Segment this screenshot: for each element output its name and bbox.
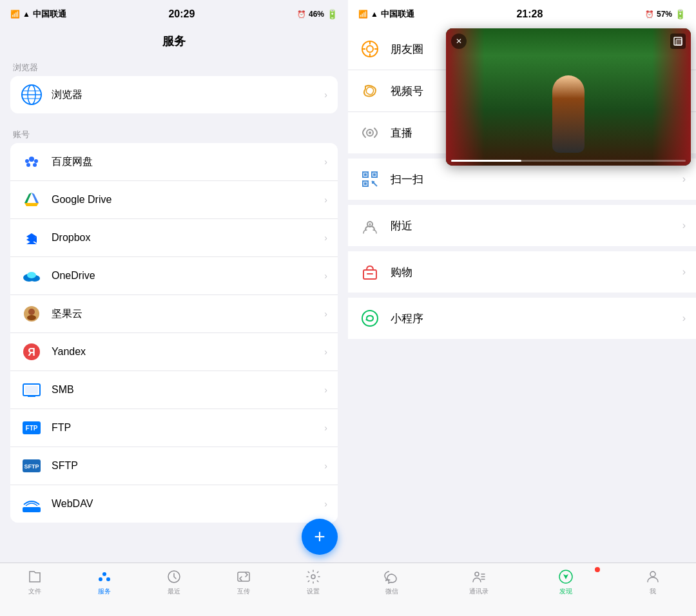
svg-point-43 [367,46,373,52]
video-player[interactable]: ✕ ⟪ 15 ⏸ ⟫ 15 [446,28,691,166]
tab-discover[interactable]: 发现 [522,568,609,596]
section-label-browser: 浏览器 [10,57,338,76]
svg-point-35 [99,577,102,581]
webdav-item[interactable]: WebDAV › [10,485,338,523]
tab-services[interactable]: 服务 [70,568,139,596]
page-title: 服务 [0,28,348,57]
jianguoyun-icon [21,303,43,325]
svg-rect-55 [364,182,367,185]
smb-item[interactable]: SMB › [10,371,338,409]
shop-icon [358,260,382,284]
me-tab-icon [644,568,661,585]
sftp-item[interactable]: SFTP SFTP › [10,447,338,485]
miniprogram-chevron: › [682,313,686,324]
tab-contacts[interactable]: 通讯录 [435,568,522,596]
onedrive-icon [21,265,43,287]
miniprogram-section: 小程序 › [348,298,696,339]
services-tab-icon [96,568,113,585]
channels-icon [358,79,382,102]
battery-icon: 🔋 [327,9,338,19]
googledrive-item[interactable]: Google Drive › [10,181,338,219]
wifi-icon: ▲ [23,10,30,19]
browser-item[interactable]: 浏览器 › [10,76,338,113]
sftp-label: SFTP [52,460,324,472]
webdav-icon [21,493,43,515]
battery-text: 46% [309,10,324,19]
miniprogram-item[interactable]: 小程序 › [348,298,696,339]
baidu-item[interactable]: 百度网盘 › [10,143,338,181]
baidu-icon [21,151,43,173]
video-background: ✕ ⟪ 15 ⏸ ⟫ 15 [446,28,691,166]
ftp-icon: FTP [21,417,43,439]
tab-files[interactable]: 文件 [0,568,70,596]
shop-section: 购物 › [348,251,696,293]
svg-rect-27 [25,386,38,394]
jianguoyun-item[interactable]: 坚果云 › [10,295,338,333]
miniprogram-icon [358,307,382,330]
wechat-tab-icon [383,568,400,585]
right-battery-text: 57% [657,10,672,19]
onedrive-item[interactable]: OneDrive › [10,257,338,295]
left-tab-bar: 文件 服务 最近 [0,563,348,616]
ftp-item[interactable]: FTP FTP › [10,409,338,447]
video-close-button[interactable]: ✕ [451,34,467,49]
right-panel: 📶 ▲ 中国联通 21:28 ⏰ 57% 🔋 ✕ [348,0,696,616]
right-wifi-icon: ▲ [371,10,378,19]
left-content: 浏览器 浏览器 › 账号 [0,57,348,563]
tab-discover-label: 发现 [559,587,572,596]
svg-point-5 [29,157,34,162]
left-carrier: 📶 ▲ 中国联通 [10,8,66,20]
svg-marker-13 [24,203,39,206]
sftp-icon: SFTP [21,455,43,477]
right-battery-info: ⏰ 57% 🔋 [645,9,686,19]
right-signal-icon: 📶 [358,10,368,19]
tab-recent[interactable]: 最近 [139,568,209,596]
jianguoyun-label: 坚果云 [52,307,324,321]
tab-wechat[interactable]: 微信 [348,568,435,596]
right-time-display: 21:28 [516,8,543,20]
onedrive-label: OneDrive [52,270,324,282]
video-progress-bar[interactable] [451,160,686,162]
add-button[interactable]: + [302,519,338,555]
tab-transfer[interactable]: 互传 [209,568,278,596]
browser-label: 浏览器 [52,88,324,102]
contacts-tab-icon [470,568,487,585]
right-carrier-info: 📶 ▲ 中国联通 [358,8,414,20]
shop-item[interactable]: 购物 › [348,251,696,293]
scan-label: 扫一扫 [391,172,682,187]
left-status-bar: 📶 ▲ 中国联通 20:29 ⏰ 46% 🔋 [0,0,348,28]
video-expand-button[interactable] [670,34,686,49]
discover-tab-icon [557,568,574,585]
signal-icon: 📶 [10,10,20,19]
svg-point-36 [106,577,110,581]
right-carrier-text: 中国联通 [381,8,414,20]
time-display: 20:29 [168,8,195,20]
carrier-text: 中国联通 [33,8,66,20]
nearby-item[interactable]: 附近 › [348,205,696,246]
settings-tab-icon [305,568,322,585]
shop-chevron: › [682,266,686,278]
svg-rect-28 [28,396,35,397]
tab-wechat-label: 微信 [385,587,398,596]
svg-marker-12 [32,193,39,203]
tab-settings[interactable]: 设置 [278,568,348,596]
svg-point-8 [26,163,30,167]
discover-badge [595,567,600,572]
miniprogram-label: 小程序 [391,311,682,326]
webdav-label: WebDAV [52,498,324,510]
svg-point-64 [475,572,479,576]
dropbox-item[interactable]: Dropbox › [10,219,338,257]
tab-contacts-label: 通讯录 [469,587,488,596]
video-progress-fill [451,160,521,162]
recent-tab-icon [166,568,182,585]
tab-services-label: 服务 [98,587,111,596]
svg-point-22 [28,309,35,315]
tab-me[interactable]: 我 [609,568,696,596]
svg-rect-54 [373,173,376,176]
yandex-item[interactable]: Я Yandex › [10,333,338,371]
shop-label: 购物 [391,265,682,280]
ftp-label: FTP [52,422,324,434]
left-battery-info: ⏰ 46% 🔋 [297,9,338,19]
yandex-label: Yandex [52,346,324,358]
separator-3 [348,246,696,251]
